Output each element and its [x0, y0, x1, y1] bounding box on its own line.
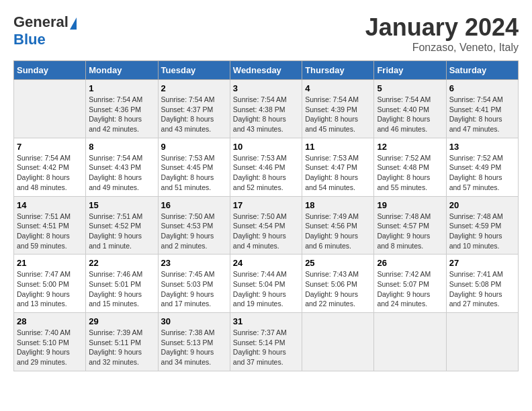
page-header: General Blue January 2024 Fonzaso, Venet… [13, 13, 519, 54]
calendar-cell: 30Sunrise: 7:38 AM Sunset: 5:13 PM Dayli… [158, 313, 230, 371]
day-info: Sunrise: 7:38 AM Sunset: 5:13 PM Dayligh… [161, 328, 227, 367]
calendar-cell: 6Sunrise: 7:54 AM Sunset: 4:41 PM Daylig… [446, 80, 518, 138]
day-number: 27 [449, 258, 515, 268]
calendar-cell: 16Sunrise: 7:50 AM Sunset: 4:53 PM Dayli… [158, 196, 230, 255]
day-number: 25 [305, 258, 371, 268]
calendar-cell: 12Sunrise: 7:52 AM Sunset: 4:48 PM Dayli… [374, 138, 446, 196]
calendar-cell: 13Sunrise: 7:52 AM Sunset: 4:49 PM Dayli… [446, 138, 518, 196]
logo-general: General [13, 13, 69, 31]
logo-icon [70, 17, 77, 30]
day-info: Sunrise: 7:52 AM Sunset: 4:48 PM Dayligh… [377, 153, 443, 193]
day-info: Sunrise: 7:50 AM Sunset: 4:53 PM Dayligh… [161, 212, 227, 251]
calendar-table: SundayMondayTuesdayWednesdayThursdayFrid… [13, 60, 519, 371]
day-info: Sunrise: 7:51 AM Sunset: 4:52 PM Dayligh… [89, 212, 154, 251]
main-title: January 2024 [365, 13, 519, 42]
day-number: 9 [161, 142, 227, 152]
day-info: Sunrise: 7:46 AM Sunset: 5:01 PM Dayligh… [89, 269, 154, 309]
day-number: 15 [89, 200, 154, 210]
calendar-cell: 10Sunrise: 7:53 AM Sunset: 4:46 PM Dayli… [230, 138, 302, 196]
day-info: Sunrise: 7:43 AM Sunset: 5:06 PM Dayligh… [305, 269, 371, 309]
day-number: 5 [377, 83, 443, 93]
day-number: 23 [161, 258, 227, 268]
day-info: Sunrise: 7:54 AM Sunset: 4:39 PM Dayligh… [305, 95, 371, 134]
calendar-cell [302, 313, 374, 371]
day-info: Sunrise: 7:54 AM Sunset: 4:43 PM Dayligh… [89, 153, 154, 193]
day-number: 12 [377, 142, 443, 152]
day-info: Sunrise: 7:53 AM Sunset: 4:47 PM Dayligh… [305, 153, 371, 193]
day-number: 6 [449, 83, 515, 93]
header-row: SundayMondayTuesdayWednesdayThursdayFrid… [14, 61, 519, 80]
day-number: 31 [233, 316, 299, 326]
calendar-cell: 18Sunrise: 7:49 AM Sunset: 4:56 PM Dayli… [302, 196, 374, 255]
day-number: 18 [305, 200, 371, 210]
day-info: Sunrise: 7:54 AM Sunset: 4:42 PM Dayligh… [17, 153, 83, 193]
day-number: 19 [377, 200, 443, 210]
day-info: Sunrise: 7:54 AM Sunset: 4:40 PM Dayligh… [377, 95, 443, 134]
calendar-cell: 1Sunrise: 7:54 AM Sunset: 4:36 PM Daylig… [86, 80, 158, 138]
day-info: Sunrise: 7:49 AM Sunset: 4:56 PM Dayligh… [305, 212, 371, 251]
calendar-cell: 5Sunrise: 7:54 AM Sunset: 4:40 PM Daylig… [374, 80, 446, 138]
day-number: 13 [449, 142, 515, 152]
calendar-cell: 2Sunrise: 7:54 AM Sunset: 4:37 PM Daylig… [158, 80, 230, 138]
calendar-cell [374, 313, 446, 371]
calendar-cell: 23Sunrise: 7:45 AM Sunset: 5:03 PM Dayli… [158, 255, 230, 313]
calendar-cell: 20Sunrise: 7:48 AM Sunset: 4:59 PM Dayli… [446, 196, 518, 255]
day-info: Sunrise: 7:54 AM Sunset: 4:37 PM Dayligh… [161, 95, 227, 134]
title-area: January 2024 Fonzaso, Veneto, Italy [365, 13, 519, 54]
calendar-cell: 24Sunrise: 7:44 AM Sunset: 5:04 PM Dayli… [230, 255, 302, 313]
week-row-5: 28Sunrise: 7:40 AM Sunset: 5:10 PM Dayli… [14, 313, 519, 371]
day-number: 1 [89, 83, 154, 93]
day-info: Sunrise: 7:52 AM Sunset: 4:49 PM Dayligh… [449, 153, 515, 193]
day-info: Sunrise: 7:40 AM Sunset: 5:10 PM Dayligh… [17, 328, 83, 367]
week-row-1: 1Sunrise: 7:54 AM Sunset: 4:36 PM Daylig… [14, 80, 519, 138]
calendar-cell: 4Sunrise: 7:54 AM Sunset: 4:39 PM Daylig… [302, 80, 374, 138]
day-info: Sunrise: 7:54 AM Sunset: 4:41 PM Dayligh… [449, 95, 515, 134]
calendar-cell: 31Sunrise: 7:37 AM Sunset: 5:14 PM Dayli… [230, 313, 302, 371]
calendar-cell: 14Sunrise: 7:51 AM Sunset: 4:51 PM Dayli… [14, 196, 86, 255]
day-info: Sunrise: 7:41 AM Sunset: 5:08 PM Dayligh… [449, 269, 515, 309]
day-info: Sunrise: 7:53 AM Sunset: 4:46 PM Dayligh… [233, 153, 299, 193]
calendar-cell: 3Sunrise: 7:54 AM Sunset: 4:38 PM Daylig… [230, 80, 302, 138]
day-number: 2 [161, 83, 227, 93]
day-number: 29 [89, 316, 154, 326]
calendar-cell [446, 313, 518, 371]
day-number: 3 [233, 83, 299, 93]
day-info: Sunrise: 7:39 AM Sunset: 5:11 PM Dayligh… [89, 328, 154, 367]
calendar-cell: 17Sunrise: 7:50 AM Sunset: 4:54 PM Dayli… [230, 196, 302, 255]
day-number: 26 [377, 258, 443, 268]
header-day-thursday: Thursday [302, 61, 374, 80]
calendar-cell [14, 80, 86, 138]
calendar-cell: 8Sunrise: 7:54 AM Sunset: 4:43 PM Daylig… [86, 138, 158, 196]
header-day-saturday: Saturday [446, 61, 518, 80]
day-number: 4 [305, 83, 371, 93]
day-number: 16 [161, 200, 227, 210]
calendar-cell: 28Sunrise: 7:40 AM Sunset: 5:10 PM Dayli… [14, 313, 86, 371]
calendar-cell: 11Sunrise: 7:53 AM Sunset: 4:47 PM Dayli… [302, 138, 374, 196]
day-info: Sunrise: 7:45 AM Sunset: 5:03 PM Dayligh… [161, 269, 227, 309]
day-info: Sunrise: 7:54 AM Sunset: 4:36 PM Dayligh… [89, 95, 154, 134]
day-number: 10 [233, 142, 299, 152]
calendar-cell: 25Sunrise: 7:43 AM Sunset: 5:06 PM Dayli… [302, 255, 374, 313]
week-row-4: 21Sunrise: 7:47 AM Sunset: 5:00 PM Dayli… [14, 255, 519, 313]
day-number: 20 [449, 200, 515, 210]
day-number: 17 [233, 200, 299, 210]
day-number: 24 [233, 258, 299, 268]
day-info: Sunrise: 7:47 AM Sunset: 5:00 PM Dayligh… [17, 269, 83, 309]
day-info: Sunrise: 7:48 AM Sunset: 4:59 PM Dayligh… [449, 212, 515, 251]
day-number: 21 [17, 258, 83, 268]
calendar-cell: 9Sunrise: 7:53 AM Sunset: 4:45 PM Daylig… [158, 138, 230, 196]
day-number: 7 [17, 142, 83, 152]
header-day-monday: Monday [86, 61, 158, 80]
day-number: 28 [17, 316, 83, 326]
calendar-cell: 27Sunrise: 7:41 AM Sunset: 5:08 PM Dayli… [446, 255, 518, 313]
day-info: Sunrise: 7:53 AM Sunset: 4:45 PM Dayligh… [161, 153, 227, 193]
logo-blue: Blue [13, 31, 46, 48]
day-number: 14 [17, 200, 83, 210]
calendar-cell: 22Sunrise: 7:46 AM Sunset: 5:01 PM Dayli… [86, 255, 158, 313]
day-info: Sunrise: 7:42 AM Sunset: 5:07 PM Dayligh… [377, 269, 443, 309]
calendar-cell: 7Sunrise: 7:54 AM Sunset: 4:42 PM Daylig… [14, 138, 86, 196]
day-info: Sunrise: 7:54 AM Sunset: 4:38 PM Dayligh… [233, 95, 299, 134]
header-day-sunday: Sunday [14, 61, 86, 80]
day-info: Sunrise: 7:48 AM Sunset: 4:57 PM Dayligh… [377, 212, 443, 251]
day-info: Sunrise: 7:44 AM Sunset: 5:04 PM Dayligh… [233, 269, 299, 309]
